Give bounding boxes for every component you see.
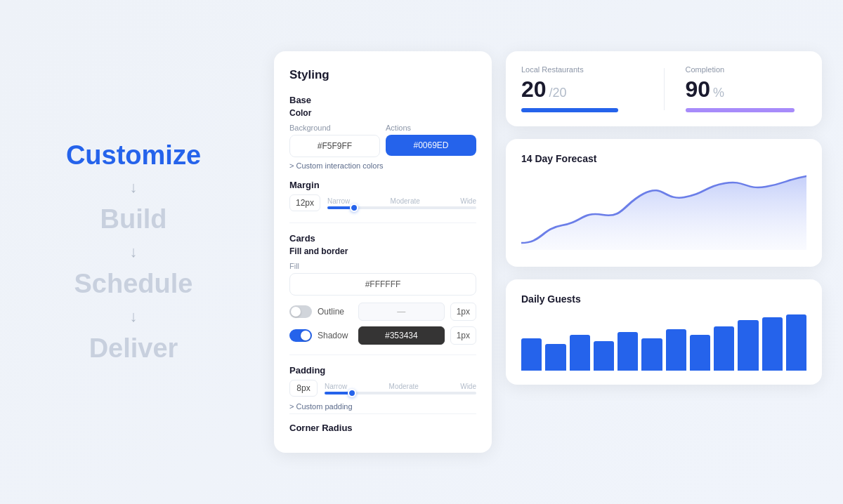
bar-item xyxy=(714,326,734,371)
margin-section: Margin 12px Narrow Moderate Wide xyxy=(289,180,476,211)
corner-radius-section: Corner Radius xyxy=(289,413,476,433)
guests-card: Daily Guests xyxy=(506,279,822,385)
padding-narrow: Narrow xyxy=(325,383,347,390)
background-label: Background xyxy=(289,124,380,132)
forecast-chart xyxy=(521,173,806,250)
fill-input[interactable]: #FFFFFF xyxy=(289,273,476,296)
completion-suffix: % xyxy=(713,86,724,100)
wide-label: Wide xyxy=(460,197,476,205)
custom-padding-link[interactable]: > Custom padding xyxy=(289,402,476,411)
completion-label: Completion xyxy=(686,65,807,74)
completion-value: 90 xyxy=(686,77,711,102)
local-restaurants-label: Local Restaurants xyxy=(521,65,643,74)
padding-wide: Wide xyxy=(460,383,476,390)
shadow-toggle[interactable] xyxy=(289,329,312,342)
bar-item xyxy=(545,344,566,371)
step-deliver: Deliver xyxy=(89,333,178,365)
padding-value: 8px xyxy=(289,380,318,397)
shadow-label: Shadow xyxy=(318,331,353,340)
cards-heading: Cards xyxy=(289,233,476,244)
outline-value: — xyxy=(358,303,445,321)
bar-item xyxy=(666,329,686,371)
guests-title: Daily Guests xyxy=(521,293,806,305)
step-schedule: Schedule xyxy=(74,268,193,300)
outline-px: 1px xyxy=(450,303,476,321)
bar-item xyxy=(738,320,758,371)
arrow-2: ↓ xyxy=(130,243,138,261)
styling-panel: Styling Base Color Background #F5F9FF Ac… xyxy=(274,51,492,453)
step-build: Build xyxy=(100,204,167,236)
panel-title: Styling xyxy=(289,68,476,82)
margin-slider-track[interactable] xyxy=(327,206,476,209)
margin-value: 12px xyxy=(289,194,320,211)
actions-swatch[interactable]: #0069ED xyxy=(386,135,476,156)
margin-heading: Margin xyxy=(289,180,476,190)
outline-row: Outline — 1px xyxy=(289,303,476,321)
local-restaurants-block: Local Restaurants 20 /20 xyxy=(521,65,643,112)
cards-panel: Local Restaurants 20 /20 Completion 90 %… xyxy=(506,51,822,385)
bar-item xyxy=(521,338,542,371)
bar-item xyxy=(594,341,614,371)
moderate-label: Moderate xyxy=(391,197,420,205)
bar-item xyxy=(617,332,638,371)
bar-item xyxy=(786,314,806,371)
fill-border-heading: Fill and border xyxy=(289,246,476,256)
fill-label: Fill xyxy=(289,262,476,270)
bar-item xyxy=(762,317,783,371)
forecast-title: 14 Day Forecast xyxy=(521,153,806,164)
background-swatch[interactable]: #F5F9FF xyxy=(289,135,380,157)
base-heading: Base xyxy=(289,95,476,105)
arrow-3: ↓ xyxy=(130,307,138,326)
bar-item xyxy=(690,335,710,371)
stats-divider xyxy=(664,68,665,110)
shadow-value: #353434 xyxy=(358,326,445,345)
padding-section: Padding 8px Narrow Moderate Wide xyxy=(289,354,476,411)
shadow-px: 1px xyxy=(450,326,476,345)
local-bar xyxy=(521,108,618,112)
outline-label: Outline xyxy=(318,307,353,317)
local-suffix: /20 xyxy=(549,86,567,100)
padding-slider-track[interactable] xyxy=(325,392,476,394)
local-value: 20 xyxy=(521,77,547,102)
stats-card: Local Restaurants 20 /20 Completion 90 % xyxy=(506,51,822,126)
narrow-label: Narrow xyxy=(327,197,350,205)
completion-block: Completion 90 % xyxy=(686,65,807,112)
corner-radius-heading: Corner Radius xyxy=(289,423,476,433)
color-heading: Color xyxy=(289,108,476,118)
left-section: Customize ↓ Build ↓ Schedule ↓ Deliver xyxy=(0,112,267,392)
outline-toggle[interactable] xyxy=(289,305,312,318)
custom-interaction-link[interactable]: > Custom interaction colors xyxy=(289,161,476,170)
bar-item xyxy=(641,338,662,371)
bar-item xyxy=(570,335,590,371)
step-customize: Customize xyxy=(66,140,201,172)
right-section: Styling Base Color Background #F5F9FF Ac… xyxy=(267,23,843,481)
arrow-1: ↓ xyxy=(130,178,138,197)
padding-moderate: Moderate xyxy=(389,383,419,390)
actions-label: Actions xyxy=(386,124,476,132)
padding-heading: Padding xyxy=(289,365,476,376)
completion-bar xyxy=(686,108,795,112)
bar-chart xyxy=(521,314,806,371)
forecast-card: 14 Day Forecast xyxy=(506,139,822,267)
shadow-row: Shadow #353434 1px xyxy=(289,326,476,345)
cards-section: Cards Fill and border Fill #FFFFFF Outli… xyxy=(289,223,476,433)
